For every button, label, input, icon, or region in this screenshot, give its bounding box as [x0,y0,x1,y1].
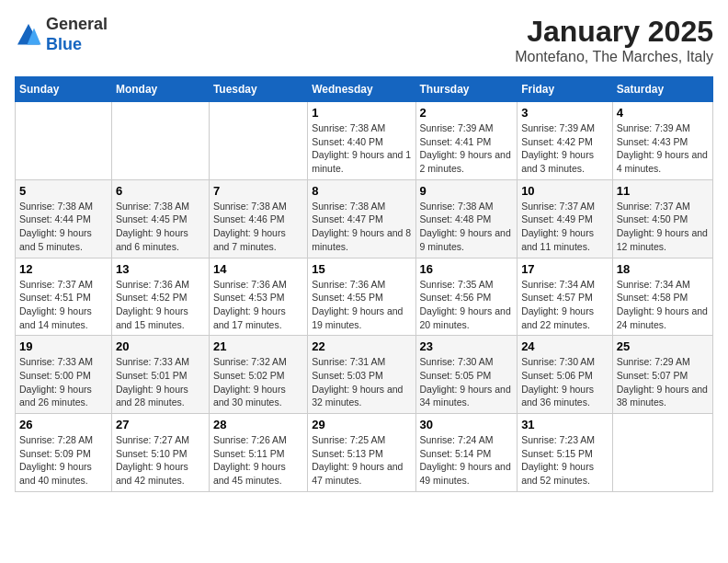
day-number: 21 [213,339,303,353]
day-header-wednesday: Wednesday [308,77,415,102]
calendar-title: January 2025 [515,15,713,49]
day-info: Sunrise: 7:28 AM Sunset: 5:09 PM Dayligh… [19,433,108,488]
calendar-cell: 25Sunrise: 7:29 AM Sunset: 5:07 PM Dayli… [612,336,712,414]
day-info: Sunrise: 7:31 AM Sunset: 5:03 PM Dayligh… [312,355,411,409]
day-number: 19 [19,339,108,353]
week-row-2: 5Sunrise: 7:38 AM Sunset: 4:44 PM Daylig… [16,179,713,258]
day-info: Sunrise: 7:38 AM Sunset: 4:40 PM Dayligh… [312,121,411,176]
calendar-cell: 12Sunrise: 7:37 AM Sunset: 4:51 PM Dayli… [16,258,112,336]
day-number: 22 [312,339,411,353]
day-number: 17 [521,262,609,276]
day-number: 9 [420,184,514,198]
day-info: Sunrise: 7:37 AM Sunset: 4:50 PM Dayligh… [617,200,709,254]
day-info: Sunrise: 7:39 AM Sunset: 4:41 PM Dayligh… [420,121,514,176]
calendar-cell: 1Sunrise: 7:38 AM Sunset: 4:40 PM Daylig… [308,102,415,180]
day-number: 12 [19,262,108,276]
day-number: 4 [617,106,709,120]
day-info: Sunrise: 7:37 AM Sunset: 4:49 PM Dayligh… [521,200,609,254]
day-number: 7 [213,184,303,198]
day-number: 30 [420,418,514,431]
calendar-cell: 18Sunrise: 7:34 AM Sunset: 4:58 PM Dayli… [612,258,712,336]
week-row-1: 1Sunrise: 7:38 AM Sunset: 4:40 PM Daylig… [16,102,713,180]
day-header-friday: Friday [518,77,613,102]
day-info: Sunrise: 7:37 AM Sunset: 4:51 PM Dayligh… [19,278,108,332]
day-header-tuesday: Tuesday [209,77,307,102]
day-info: Sunrise: 7:34 AM Sunset: 4:58 PM Dayligh… [617,278,709,332]
day-number: 24 [521,339,609,353]
logo-blue: Blue [46,35,82,53]
day-info: Sunrise: 7:23 AM Sunset: 5:15 PM Dayligh… [521,433,609,488]
calendar-cell: 26Sunrise: 7:28 AM Sunset: 5:09 PM Dayli… [16,414,112,492]
calendar-cell: 15Sunrise: 7:36 AM Sunset: 4:55 PM Dayli… [308,258,415,336]
day-info: Sunrise: 7:36 AM Sunset: 4:53 PM Dayligh… [213,278,303,332]
title-block: January 2025 Montefano, The Marches, Ita… [515,15,713,65]
calendar-cell: 8Sunrise: 7:38 AM Sunset: 4:47 PM Daylig… [308,179,415,258]
calendar-cell: 10Sunrise: 7:37 AM Sunset: 4:49 PM Dayli… [518,179,613,258]
calendar-cell [209,102,307,180]
day-number: 27 [116,418,205,431]
day-number: 10 [521,184,609,198]
day-header-thursday: Thursday [415,77,518,102]
day-info: Sunrise: 7:29 AM Sunset: 5:07 PM Dayligh… [617,355,709,409]
day-number: 23 [420,339,514,353]
day-number: 11 [617,184,709,198]
day-number: 15 [312,262,411,276]
day-header-saturday: Saturday [612,77,712,102]
calendar-cell: 22Sunrise: 7:31 AM Sunset: 5:03 PM Dayli… [308,336,415,414]
day-info: Sunrise: 7:33 AM Sunset: 5:00 PM Dayligh… [19,355,108,409]
calendar-cell: 20Sunrise: 7:33 AM Sunset: 5:01 PM Dayli… [111,336,209,414]
calendar-cell [111,102,209,180]
calendar-cell: 24Sunrise: 7:30 AM Sunset: 5:06 PM Dayli… [518,336,613,414]
day-info: Sunrise: 7:30 AM Sunset: 5:06 PM Dayligh… [521,355,609,409]
calendar-subtitle: Montefano, The Marches, Italy [515,49,713,65]
day-number: 26 [19,418,108,431]
calendar-body: 1Sunrise: 7:38 AM Sunset: 4:40 PM Daylig… [16,102,713,492]
logo-text: General Blue [46,15,108,54]
calendar-cell: 19Sunrise: 7:33 AM Sunset: 5:00 PM Dayli… [16,336,112,414]
calendar-cell: 28Sunrise: 7:26 AM Sunset: 5:11 PM Dayli… [209,414,307,492]
day-number: 29 [312,418,411,431]
calendar-cell: 7Sunrise: 7:38 AM Sunset: 4:46 PM Daylig… [209,179,307,258]
week-row-5: 26Sunrise: 7:28 AM Sunset: 5:09 PM Dayli… [16,414,713,492]
day-number: 3 [521,106,609,120]
day-info: Sunrise: 7:30 AM Sunset: 5:05 PM Dayligh… [420,355,514,409]
day-number: 13 [116,262,205,276]
day-info: Sunrise: 7:34 AM Sunset: 4:57 PM Dayligh… [521,278,609,332]
day-info: Sunrise: 7:26 AM Sunset: 5:11 PM Dayligh… [213,433,303,488]
calendar-cell: 14Sunrise: 7:36 AM Sunset: 4:53 PM Dayli… [209,258,307,336]
day-number: 5 [19,184,108,198]
day-info: Sunrise: 7:33 AM Sunset: 5:01 PM Dayligh… [116,355,205,409]
day-info: Sunrise: 7:38 AM Sunset: 4:47 PM Dayligh… [312,200,411,254]
day-number: 2 [420,106,514,120]
calendar-cell: 30Sunrise: 7:24 AM Sunset: 5:14 PM Dayli… [415,414,518,492]
calendar-cell [16,102,112,180]
calendar-cell: 29Sunrise: 7:25 AM Sunset: 5:13 PM Dayli… [308,414,415,492]
calendar-cell: 11Sunrise: 7:37 AM Sunset: 4:50 PM Dayli… [612,179,712,258]
day-info: Sunrise: 7:38 AM Sunset: 4:45 PM Dayligh… [116,200,205,254]
day-header-sunday: Sunday [16,77,112,102]
day-info: Sunrise: 7:32 AM Sunset: 5:02 PM Dayligh… [213,355,303,409]
day-info: Sunrise: 7:38 AM Sunset: 4:44 PM Dayligh… [19,200,108,254]
calendar-cell: 31Sunrise: 7:23 AM Sunset: 5:15 PM Dayli… [518,414,613,492]
calendar-cell: 3Sunrise: 7:39 AM Sunset: 4:42 PM Daylig… [518,102,613,180]
logo-icon [15,21,42,49]
day-info: Sunrise: 7:38 AM Sunset: 4:48 PM Dayligh… [420,200,514,254]
day-number: 8 [312,184,411,198]
day-number: 28 [213,418,303,431]
calendar-cell: 23Sunrise: 7:30 AM Sunset: 5:05 PM Dayli… [415,336,518,414]
day-number: 31 [521,418,609,431]
day-number: 18 [617,262,709,276]
calendar-cell: 17Sunrise: 7:34 AM Sunset: 4:57 PM Dayli… [518,258,613,336]
day-number: 1 [312,106,411,120]
day-info: Sunrise: 7:36 AM Sunset: 4:52 PM Dayligh… [116,278,205,332]
calendar-cell: 16Sunrise: 7:35 AM Sunset: 4:56 PM Dayli… [415,258,518,336]
calendar-cell [612,414,712,492]
calendar-cell: 2Sunrise: 7:39 AM Sunset: 4:41 PM Daylig… [415,102,518,180]
day-number: 14 [213,262,303,276]
calendar-cell: 5Sunrise: 7:38 AM Sunset: 4:44 PM Daylig… [16,179,112,258]
calendar-cell: 6Sunrise: 7:38 AM Sunset: 4:45 PM Daylig… [111,179,209,258]
calendar-cell: 13Sunrise: 7:36 AM Sunset: 4:52 PM Dayli… [111,258,209,336]
calendar-cell: 9Sunrise: 7:38 AM Sunset: 4:48 PM Daylig… [415,179,518,258]
calendar-cell: 21Sunrise: 7:32 AM Sunset: 5:02 PM Dayli… [209,336,307,414]
logo-general: General [46,15,108,33]
